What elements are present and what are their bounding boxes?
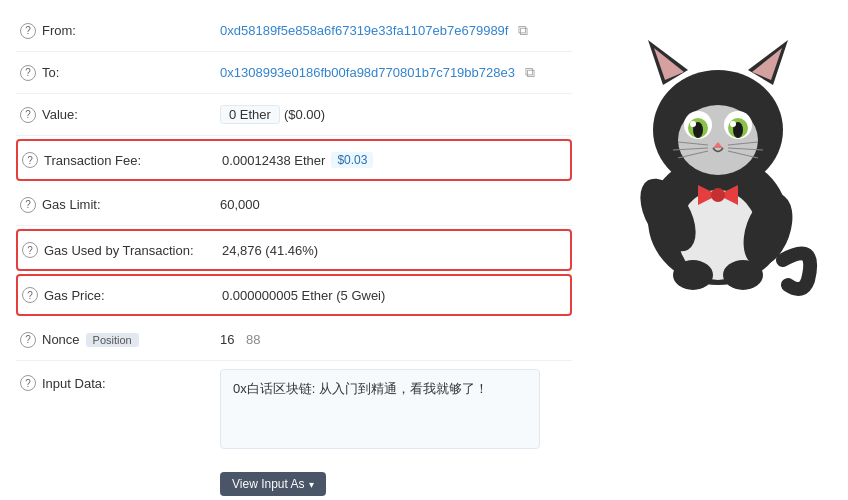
nonce-number: 16: [220, 332, 234, 347]
tx-fee-usd: $0.03: [331, 152, 373, 168]
gas-used-label: ? Gas Used by Transaction:: [22, 242, 222, 258]
transaction-fee-label: ? Transaction Fee:: [22, 152, 222, 168]
cat-illustration: [608, 20, 828, 303]
gas-used-label-text: Gas Used by Transaction:: [44, 243, 194, 258]
gas-limit-question-icon[interactable]: ?: [20, 197, 36, 213]
gas-used-value: 24,876 (41.46%): [222, 243, 566, 258]
transaction-fee-value: 0.00012438 Ether $0.03: [222, 152, 566, 168]
gas-price-value: 0.000000005 Ether (5 Gwei): [222, 288, 566, 303]
from-question-icon[interactable]: ?: [20, 23, 36, 39]
to-address[interactable]: 0x1308993e0186fb00fa98d770801b7c719bb728…: [220, 65, 515, 80]
gas-used-question-icon[interactable]: ?: [22, 242, 38, 258]
transaction-fee-label-text: Transaction Fee:: [44, 153, 141, 168]
gas-price-row: ? Gas Price: 0.000000005 Ether (5 Gwei): [16, 274, 572, 316]
gas-limit-label-text: Gas Limit:: [42, 197, 101, 212]
svg-point-29: [673, 260, 713, 290]
input-data-box: 0x白话区块链: 从入门到精通，看我就够了！: [220, 369, 540, 449]
from-label: ? From:: [20, 23, 220, 39]
gas-price-question-icon[interactable]: ?: [22, 287, 38, 303]
gas-used-row: ? Gas Used by Transaction: 24,876 (41.46…: [16, 229, 572, 271]
view-input-as-label: View Input As: [232, 477, 305, 491]
nonce-label: ? Nonce Position: [20, 332, 220, 348]
from-address[interactable]: 0xd58189f5e858a6f67319e33fa1107eb7e67998…: [220, 23, 508, 38]
nonce-value: 16 88: [220, 332, 568, 347]
from-label-text: From:: [42, 23, 76, 38]
nonce-question-icon[interactable]: ?: [20, 332, 36, 348]
svg-point-14: [690, 121, 696, 127]
from-value: 0xd58189f5e858a6f67319e33fa1107eb7e67998…: [220, 22, 568, 39]
cat-svg: [608, 20, 828, 300]
value-ether: 0 Ether: [220, 105, 280, 124]
value-question-icon[interactable]: ?: [20, 107, 36, 123]
value-label-text: Value:: [42, 107, 78, 122]
tx-fee-ether: 0.00012438 Ether: [222, 153, 325, 168]
input-data-label-text: Input Data:: [42, 376, 106, 391]
nonce-secondary: 88: [246, 332, 260, 347]
nonce-label-text: Nonce: [42, 332, 80, 347]
gas-limit-row: ? Gas Limit: 60,000: [16, 184, 572, 226]
nonce-position-tag: Position: [86, 333, 139, 347]
view-input-as-button[interactable]: View Input As ▾: [220, 472, 326, 496]
svg-point-24: [665, 171, 701, 199]
value-label: ? Value:: [20, 107, 220, 123]
svg-point-28: [711, 188, 725, 202]
nonce-row: ? Nonce Position 16 88: [16, 319, 572, 361]
transaction-fee-row: ? Transaction Fee: 0.00012438 Ether $0.0…: [16, 139, 572, 181]
to-row: ? To: 0x1308993e0186fb00fa98d770801b7c71…: [16, 52, 572, 94]
tx-fee-question-icon[interactable]: ?: [22, 152, 38, 168]
to-label: ? To:: [20, 65, 220, 81]
right-panel: [588, 10, 848, 500]
value-value: 0 Ether ($0.00): [220, 105, 568, 124]
to-value: 0x1308993e0186fb00fa98d770801b7c719bb728…: [220, 64, 568, 81]
to-question-icon[interactable]: ?: [20, 65, 36, 81]
to-label-text: To:: [42, 65, 59, 80]
chevron-down-icon: ▾: [309, 479, 314, 490]
svg-point-15: [730, 121, 736, 127]
from-copy-icon[interactable]: ⧉: [518, 22, 528, 39]
input-data-question-icon[interactable]: ?: [20, 375, 36, 391]
svg-point-30: [723, 260, 763, 290]
input-data-row: ? Input Data: 0x白话区块链: 从入门到精通，看我就够了！ Vie…: [16, 361, 572, 500]
input-data-value: 0x白话区块链: 从入门到精通，看我就够了！ View Input As ▾: [220, 369, 568, 496]
value-row: ? Value: 0 Ether ($0.00): [16, 94, 572, 136]
gas-limit-value: 60,000: [220, 197, 568, 212]
value-usd: ($0.00): [284, 107, 325, 122]
input-data-label: ? Input Data:: [20, 369, 220, 391]
gas-price-label-text: Gas Price:: [44, 288, 105, 303]
gas-price-label: ? Gas Price:: [22, 287, 222, 303]
gas-limit-label: ? Gas Limit:: [20, 197, 220, 213]
to-copy-icon[interactable]: ⧉: [525, 64, 535, 81]
from-row: ? From: 0xd58189f5e858a6f67319e33fa1107e…: [16, 10, 572, 52]
